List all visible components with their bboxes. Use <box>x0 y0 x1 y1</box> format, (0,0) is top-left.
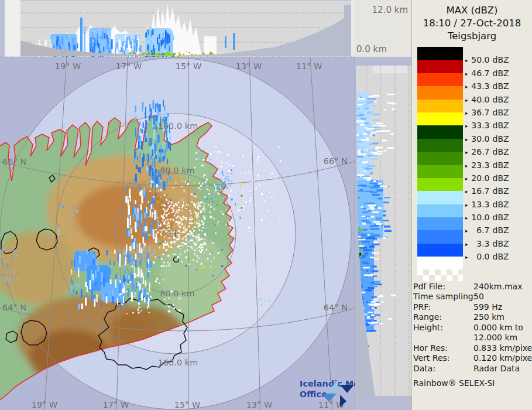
legend-row: ▸33.3dBZ <box>417 112 531 125</box>
legend-below-zero-band <box>417 257 463 269</box>
product-title: MAX (dBZ) <box>412 4 532 17</box>
lon-label: 19° W <box>55 62 81 71</box>
lon-label: 17° W <box>103 400 129 409</box>
legend-swatch <box>417 152 463 165</box>
legend-swatch <box>417 178 463 191</box>
legend-swatch <box>417 230 463 243</box>
ring-label: 160.0 km <box>158 121 198 131</box>
legend-row: ▸3.3dBZ <box>417 230 531 243</box>
legend-value: 0.0 <box>470 252 490 261</box>
legend-row: ▸50.0dBZ <box>417 47 531 60</box>
ring-label: 80.0 km <box>160 289 194 298</box>
lon-label: 19° W <box>32 400 58 409</box>
meta-row: Time sampling:50 <box>413 292 530 302</box>
profile-axis-box: 12.0 km 0.0 km <box>355 0 411 57</box>
legend-row: ▸43.3dBZ <box>417 73 531 86</box>
tick-arrow-icon: ▸ <box>465 254 468 260</box>
station-name: Teigsbjarg <box>412 30 532 43</box>
legend-row: ▸13.3dBZ <box>417 191 531 204</box>
legend-row: ▸40.0dBZ <box>417 86 531 99</box>
info-panel: MAX (dBZ) 18:10 / 27-Oct-2018 Teigsbjarg… <box>411 0 532 410</box>
legend-row: ▸30.0dBZ <box>417 125 531 138</box>
lon-label: 11° W <box>296 62 322 71</box>
dbz-color-scale: ▸50.0dBZ ▸46.7dBZ ▸43.3dBZ ▸40.0dBZ ▸36.… <box>417 47 531 281</box>
meta-row: Pdf File:240km.max <box>413 282 530 292</box>
meta-row: Height:0.000 km to <box>413 323 530 333</box>
ring-label: 160.0 km <box>158 358 198 367</box>
legend-row: ▸26.7dBZ <box>417 139 531 152</box>
legend-swatch <box>417 125 463 138</box>
meta-row: 12.000 km <box>413 333 530 343</box>
metadata-block: Pdf File:240km.max Time sampling:50 PRF:… <box>413 282 530 388</box>
legend-row: ▸36.7dBZ <box>417 100 531 112</box>
legend-swatch <box>417 112 463 125</box>
right-profile-chart <box>355 57 411 410</box>
legend-swatch <box>417 86 463 99</box>
meta-row: PRF:599 Hz <box>413 302 530 312</box>
legend-row: ▸0.0dBZ <box>417 244 531 257</box>
radar-map: 19° W 17° W 15° W 13° W 11° W 19° W 17° … <box>0 57 355 410</box>
legend-row: ▸6.7dBZ <box>417 217 531 230</box>
lat-label: 64° N <box>324 303 348 312</box>
legend-swatch <box>417 139 463 152</box>
lat-label: 64° N <box>2 303 26 312</box>
lon-label: 17° W <box>116 62 142 71</box>
legend-row: ▸23.3dBZ <box>417 152 531 165</box>
software-brand: Rainbow® SELEX-SI <box>413 378 530 388</box>
legend-transparent-band <box>417 269 463 281</box>
lat-label: 66° N <box>324 156 348 166</box>
lon-label: 13° W <box>236 62 262 71</box>
title-block: MAX (dBZ) 18:10 / 27-Oct-2018 Teigsbjarg <box>412 4 532 43</box>
meta-row: Range:250 km <box>413 312 530 322</box>
legend-swatch <box>417 244 463 257</box>
lon-label: 13° W <box>246 400 273 409</box>
legend-swatch <box>417 165 463 178</box>
legend-row: ▸46.7dBZ <box>417 60 531 73</box>
legend-swatch <box>417 60 463 73</box>
legend-unit: dBZ <box>493 252 509 261</box>
lon-label: 15° W <box>176 62 202 71</box>
ring-label: 80.0 km <box>160 166 194 175</box>
legend-swatch <box>417 100 463 112</box>
legend-swatch <box>417 191 463 204</box>
legend-row: ▸10.0dBZ <box>417 204 531 217</box>
meta-row: Data:Radar Data <box>413 364 530 374</box>
legend-swatch <box>417 204 463 217</box>
meta-row: Hor Res:0.833 km/pixel <box>413 343 530 353</box>
top-profile-chart <box>0 0 355 57</box>
product-datetime: 18:10 / 27-Oct-2018 <box>412 17 532 30</box>
axis-min-label: 0.0 km <box>356 44 387 54</box>
legend-row: ▸20.0dBZ <box>417 165 531 178</box>
legend-swatch <box>417 217 463 230</box>
lon-label: 15° W <box>174 400 201 409</box>
axis-max-label: 12.0 km <box>372 5 408 15</box>
lat-label: 66° N <box>2 157 26 166</box>
meta-row: Vert Res:0.120 km/pixel <box>413 353 530 363</box>
legend-swatch <box>417 73 463 86</box>
legend-swatch <box>417 47 463 60</box>
legend-row: ▸16.7dBZ <box>417 178 531 191</box>
radar-display: 12.0 km 0.0 km <box>0 0 532 410</box>
